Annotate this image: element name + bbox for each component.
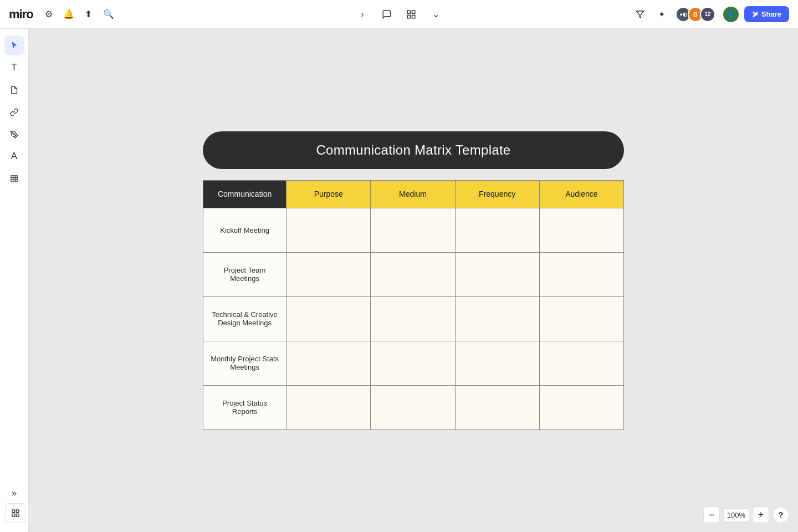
row-kickoff-purpose[interactable] <box>287 208 371 252</box>
row-kickoff-label: Kickoff Meeting <box>203 208 287 252</box>
row-status-reports-label: Project Status Reports <box>203 385 287 429</box>
row-stats-meetings-audience[interactable] <box>539 341 623 385</box>
row-design-meetings-medium[interactable] <box>371 296 455 341</box>
row-stats-meetings-medium[interactable] <box>371 341 455 385</box>
miro-logo: miro <box>9 7 33 22</box>
row-team-meetings-purpose[interactable] <box>287 252 371 296</box>
svg-rect-3 <box>412 15 415 18</box>
help-button[interactable]: ? <box>773 507 789 523</box>
notifications-icon[interactable]: 🔔 <box>60 6 78 23</box>
svg-rect-0 <box>407 11 410 13</box>
row-stats-meetings-frequency[interactable] <box>455 341 539 385</box>
link-tool[interactable] <box>4 102 24 122</box>
zoom-level: 100% <box>723 508 749 522</box>
header-frequency: Frequency <box>455 180 539 208</box>
zoom-controls: − 100% + ? <box>703 507 789 523</box>
svg-rect-14 <box>16 514 19 516</box>
share-button[interactable]: Share <box>744 6 789 22</box>
row-status-reports-purpose[interactable] <box>287 385 371 429</box>
row-design-meetings-purpose[interactable] <box>287 296 371 341</box>
settings-icon[interactable]: ⚙ <box>40 6 58 23</box>
row-status-reports-audience[interactable] <box>539 385 623 429</box>
row-design-meetings-audience[interactable] <box>539 296 623 341</box>
svg-point-5 <box>13 133 15 135</box>
row-team-meetings-audience[interactable] <box>539 252 623 296</box>
avatars-group: ●◐ B 12 <box>676 7 715 22</box>
row-stats-meetings-label: Monthly Project Stats Meetings <box>203 341 287 385</box>
sidebar: T A » ↩ <box>0 29 29 532</box>
row-design-meetings-frequency[interactable] <box>455 296 539 341</box>
svg-rect-2 <box>407 15 410 18</box>
header-medium: Medium <box>371 180 455 208</box>
svg-rect-12 <box>16 510 19 513</box>
comment-icon[interactable] <box>377 4 397 24</box>
svg-rect-1 <box>412 11 415 13</box>
svg-rect-13 <box>12 514 15 516</box>
row-team-meetings-label: Project Team Meetings <box>203 252 287 296</box>
topbar-left: miro ⚙ 🔔 ⬆ 🔍 <box>9 6 117 23</box>
topbar-center: › ⌄ <box>352 4 446 24</box>
row-kickoff-frequency[interactable] <box>455 208 539 252</box>
arrow-right-icon[interactable]: › <box>352 4 372 24</box>
font-tool[interactable]: A <box>4 146 24 166</box>
canvas: Communication Matrix Template Communicat… <box>29 29 798 532</box>
frame-tool[interactable] <box>4 168 24 188</box>
table-row: Monthly Project Stats Meetings <box>203 341 624 385</box>
template-title: Communication Matrix Template <box>203 131 624 169</box>
row-design-meetings-label: Technical & Creative Design Meetings <box>203 296 287 341</box>
upload-icon[interactable]: ⬆ <box>80 6 98 23</box>
zoom-out-button[interactable]: − <box>703 507 720 523</box>
svg-marker-4 <box>636 11 643 18</box>
header-audience: Audience <box>539 180 623 208</box>
topbar-right: ✦ ●◐ B 12 👤 Share <box>631 6 789 23</box>
row-status-reports-medium[interactable] <box>371 385 455 429</box>
row-team-meetings-frequency[interactable] <box>455 252 539 296</box>
svg-rect-11 <box>12 510 15 513</box>
sparkle-icon[interactable]: ✦ <box>653 6 671 23</box>
table-header-row: Communication Purpose Medium Frequency A… <box>203 180 624 208</box>
board-icon[interactable] <box>401 4 421 24</box>
pen-tool[interactable] <box>4 124 24 144</box>
row-status-reports-frequency[interactable] <box>455 385 539 429</box>
row-kickoff-medium[interactable] <box>371 208 455 252</box>
header-purpose: Purpose <box>287 180 371 208</box>
svg-rect-6 <box>11 175 17 181</box>
zoom-in-button[interactable]: + <box>753 507 769 523</box>
matrix-table: Communication Purpose Medium Frequency A… <box>203 180 624 430</box>
share-label: Share <box>761 10 781 18</box>
row-team-meetings-medium[interactable] <box>371 252 455 296</box>
topbar-left-icons: ⚙ 🔔 ⬆ 🔍 <box>40 6 117 23</box>
row-stats-meetings-purpose[interactable] <box>287 341 371 385</box>
sticky-note-tool[interactable] <box>4 80 24 100</box>
table-row: Project Status Reports <box>203 385 624 429</box>
board-switcher-button[interactable] <box>6 503 25 523</box>
select-tool[interactable] <box>4 35 24 55</box>
bottom-left-toolbar <box>6 503 25 523</box>
expand-tools[interactable]: » <box>4 483 24 503</box>
avatar-main[interactable]: 👤 <box>722 6 740 23</box>
row-kickoff-audience[interactable] <box>539 208 623 252</box>
filter-icon[interactable] <box>631 6 649 23</box>
avatar-count[interactable]: 12 <box>700 7 715 22</box>
header-communication: Communication <box>203 180 287 208</box>
table-row: Kickoff Meeting <box>203 208 624 252</box>
table-row: Technical & Creative Design Meetings <box>203 296 624 341</box>
chevron-down-icon[interactable]: ⌄ <box>426 4 446 24</box>
table-row: Project Team Meetings <box>203 252 624 296</box>
search-icon[interactable]: 🔍 <box>100 6 117 23</box>
topbar: miro ⚙ 🔔 ⬆ 🔍 › ⌄ ✦ ●◐ B 12 <box>0 0 798 29</box>
canvas-content: Communication Matrix Template Communicat… <box>203 131 624 430</box>
text-tool[interactable]: T <box>4 58 24 78</box>
